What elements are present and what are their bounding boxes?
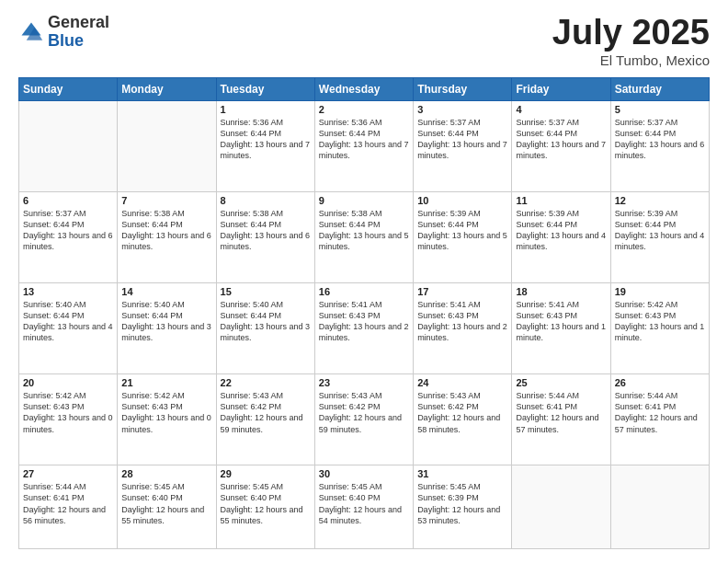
title-block: July 2025 El Tumbo, Mexico (552, 14, 710, 68)
cell-info: Sunrise: 5:36 AM Sunset: 6:44 PM Dayligh… (319, 117, 409, 162)
day-number: 21 (121, 377, 211, 388)
calendar-cell: 1Sunrise: 5:36 AM Sunset: 6:44 PM Daylig… (216, 100, 314, 191)
calendar-cell: 7Sunrise: 5:38 AM Sunset: 6:44 PM Daylig… (118, 191, 216, 282)
day-number: 11 (516, 195, 606, 206)
calendar-cell: 9Sunrise: 5:38 AM Sunset: 6:44 PM Daylig… (314, 191, 413, 282)
day-number: 3 (417, 104, 507, 115)
day-number: 26 (615, 377, 705, 388)
cell-info: Sunrise: 5:43 AM Sunset: 6:42 PM Dayligh… (417, 390, 507, 435)
day-number: 7 (121, 195, 211, 206)
day-number: 29 (221, 468, 311, 479)
cell-info: Sunrise: 5:41 AM Sunset: 6:43 PM Dayligh… (516, 299, 606, 344)
cell-info: Sunrise: 5:44 AM Sunset: 6:41 PM Dayligh… (516, 390, 606, 435)
calendar-cell (610, 465, 709, 549)
calendar-cell: 29Sunrise: 5:45 AM Sunset: 6:40 PM Dayli… (216, 465, 314, 549)
calendar-cell: 23Sunrise: 5:43 AM Sunset: 6:42 PM Dayli… (314, 374, 413, 465)
cell-info: Sunrise: 5:40 AM Sunset: 6:44 PM Dayligh… (23, 299, 113, 344)
day-number: 27 (23, 468, 113, 479)
day-number: 30 (319, 468, 409, 479)
cell-info: Sunrise: 5:43 AM Sunset: 6:42 PM Dayligh… (319, 390, 409, 435)
calendar-cell: 8Sunrise: 5:38 AM Sunset: 6:44 PM Daylig… (216, 191, 314, 282)
cell-info: Sunrise: 5:37 AM Sunset: 6:44 PM Dayligh… (23, 208, 113, 253)
day-number: 14 (121, 286, 211, 297)
day-number: 31 (417, 468, 507, 479)
logo-icon (18, 19, 44, 45)
cell-info: Sunrise: 5:37 AM Sunset: 6:44 PM Dayligh… (516, 117, 606, 162)
weekday-header-monday: Monday (118, 77, 216, 100)
calendar-cell: 31Sunrise: 5:45 AM Sunset: 6:39 PM Dayli… (414, 465, 512, 549)
day-number: 19 (615, 286, 705, 297)
calendar-cell: 11Sunrise: 5:39 AM Sunset: 6:44 PM Dayli… (512, 191, 610, 282)
cell-info: Sunrise: 5:45 AM Sunset: 6:40 PM Dayligh… (121, 481, 211, 526)
day-number: 28 (121, 468, 211, 479)
calendar-cell (118, 100, 216, 191)
cell-info: Sunrise: 5:45 AM Sunset: 6:40 PM Dayligh… (221, 481, 311, 526)
calendar-cell: 5Sunrise: 5:37 AM Sunset: 6:44 PM Daylig… (610, 100, 709, 191)
day-number: 23 (319, 377, 409, 388)
calendar-cell: 10Sunrise: 5:39 AM Sunset: 6:44 PM Dayli… (414, 191, 512, 282)
calendar-cell: 25Sunrise: 5:44 AM Sunset: 6:41 PM Dayli… (512, 374, 610, 465)
day-number: 8 (221, 195, 311, 206)
cell-info: Sunrise: 5:43 AM Sunset: 6:42 PM Dayligh… (221, 390, 311, 435)
logo-blue-text: Blue (48, 31, 84, 50)
cell-info: Sunrise: 5:38 AM Sunset: 6:44 PM Dayligh… (221, 208, 311, 253)
day-number: 12 (615, 195, 705, 206)
weekday-header-sunday: Sunday (19, 77, 118, 100)
cell-info: Sunrise: 5:39 AM Sunset: 6:44 PM Dayligh… (615, 208, 705, 253)
cell-info: Sunrise: 5:36 AM Sunset: 6:44 PM Dayligh… (221, 117, 311, 162)
cell-info: Sunrise: 5:42 AM Sunset: 6:43 PM Dayligh… (615, 299, 705, 344)
weekday-header-row: SundayMondayTuesdayWednesdayThursdayFrid… (19, 77, 710, 100)
cell-info: Sunrise: 5:38 AM Sunset: 6:44 PM Dayligh… (121, 208, 211, 253)
weekday-header-wednesday: Wednesday (314, 77, 413, 100)
page: General Blue July 2025 El Tumbo, Mexico … (0, 0, 728, 563)
cell-info: Sunrise: 5:37 AM Sunset: 6:44 PM Dayligh… (417, 117, 507, 162)
calendar-cell: 28Sunrise: 5:45 AM Sunset: 6:40 PM Dayli… (118, 465, 216, 549)
day-number: 10 (417, 195, 507, 206)
calendar-cell: 3Sunrise: 5:37 AM Sunset: 6:44 PM Daylig… (414, 100, 512, 191)
day-number: 4 (516, 104, 606, 115)
day-number: 25 (516, 377, 606, 388)
calendar-cell: 14Sunrise: 5:40 AM Sunset: 6:44 PM Dayli… (118, 283, 216, 374)
cell-info: Sunrise: 5:42 AM Sunset: 6:43 PM Dayligh… (23, 390, 113, 435)
calendar-cell: 21Sunrise: 5:42 AM Sunset: 6:43 PM Dayli… (118, 374, 216, 465)
location: El Tumbo, Mexico (552, 52, 710, 68)
day-number: 5 (615, 104, 705, 115)
calendar-cell: 22Sunrise: 5:43 AM Sunset: 6:42 PM Dayli… (216, 374, 314, 465)
calendar-cell: 19Sunrise: 5:42 AM Sunset: 6:43 PM Dayli… (610, 283, 709, 374)
day-number: 20 (23, 377, 113, 388)
cell-info: Sunrise: 5:45 AM Sunset: 6:39 PM Dayligh… (417, 481, 507, 526)
calendar-cell: 27Sunrise: 5:44 AM Sunset: 6:41 PM Dayli… (19, 465, 118, 549)
calendar-cell: 30Sunrise: 5:45 AM Sunset: 6:40 PM Dayli… (314, 465, 413, 549)
week-row-2: 6Sunrise: 5:37 AM Sunset: 6:44 PM Daylig… (19, 191, 710, 282)
calendar-cell: 16Sunrise: 5:41 AM Sunset: 6:43 PM Dayli… (314, 283, 413, 374)
cell-info: Sunrise: 5:37 AM Sunset: 6:44 PM Dayligh… (615, 117, 705, 162)
calendar-cell (512, 465, 610, 549)
cell-info: Sunrise: 5:41 AM Sunset: 6:43 PM Dayligh… (319, 299, 409, 344)
day-number: 15 (221, 286, 311, 297)
weekday-header-friday: Friday (512, 77, 610, 100)
week-row-3: 13Sunrise: 5:40 AM Sunset: 6:44 PM Dayli… (19, 283, 710, 374)
calendar-cell: 15Sunrise: 5:40 AM Sunset: 6:44 PM Dayli… (216, 283, 314, 374)
header: General Blue July 2025 El Tumbo, Mexico (18, 14, 710, 68)
calendar-cell (19, 100, 118, 191)
weekday-header-tuesday: Tuesday (216, 77, 314, 100)
cell-info: Sunrise: 5:39 AM Sunset: 6:44 PM Dayligh… (417, 208, 507, 253)
cell-info: Sunrise: 5:38 AM Sunset: 6:44 PM Dayligh… (319, 208, 409, 253)
calendar-cell: 18Sunrise: 5:41 AM Sunset: 6:43 PM Dayli… (512, 283, 610, 374)
cell-info: Sunrise: 5:40 AM Sunset: 6:44 PM Dayligh… (221, 299, 311, 344)
cell-info: Sunrise: 5:44 AM Sunset: 6:41 PM Dayligh… (615, 390, 705, 435)
cell-info: Sunrise: 5:41 AM Sunset: 6:43 PM Dayligh… (417, 299, 507, 344)
calendar-cell: 24Sunrise: 5:43 AM Sunset: 6:42 PM Dayli… (414, 374, 512, 465)
day-number: 9 (319, 195, 409, 206)
calendar-cell: 17Sunrise: 5:41 AM Sunset: 6:43 PM Dayli… (414, 283, 512, 374)
day-number: 1 (221, 104, 311, 115)
day-number: 6 (23, 195, 113, 206)
day-number: 2 (319, 104, 409, 115)
calendar-table: SundayMondayTuesdayWednesdayThursdayFrid… (18, 77, 710, 549)
day-number: 17 (417, 286, 507, 297)
day-number: 16 (319, 286, 409, 297)
weekday-header-thursday: Thursday (414, 77, 512, 100)
logo: General Blue (18, 14, 109, 51)
day-number: 13 (23, 286, 113, 297)
calendar-cell: 26Sunrise: 5:44 AM Sunset: 6:41 PM Dayli… (610, 374, 709, 465)
